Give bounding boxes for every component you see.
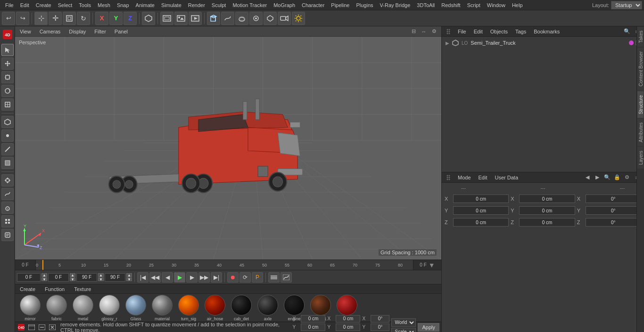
attr-y-pos-input[interactable]: [453, 206, 509, 215]
y-axis-button[interactable]: Y: [109, 12, 123, 25]
status-icon-minimize[interactable]: [38, 323, 46, 332]
viewport-canvas[interactable]: Perspective Grid Spacing : 1000 cm X Y Z: [15, 37, 441, 259]
spline-button[interactable]: [221, 12, 234, 25]
auto-key-btn[interactable]: P: [252, 272, 263, 283]
attr-x-pos-input[interactable]: [453, 194, 509, 203]
viewport-icon-arrows[interactable]: ↔: [420, 27, 428, 36]
object-mode-btn[interactable]: [1, 116, 14, 128]
preview-up[interactable]: ▲: [126, 273, 132, 277]
end-frame-down[interactable]: ▼: [98, 277, 104, 281]
render-picture-viewer-button[interactable]: [174, 12, 188, 25]
y-coord-input-3[interactable]: [371, 324, 389, 331]
menu-motion-tracker[interactable]: Motion Tracker: [229, 1, 270, 9]
next-key-btn[interactable]: ▶▶: [198, 272, 210, 283]
menu-edit[interactable]: Edit: [17, 1, 33, 9]
menu-simulate[interactable]: Simulate: [158, 1, 185, 9]
start-frame-down[interactable]: ▼: [70, 277, 75, 281]
material-item-fabric[interactable]: fabric: [44, 295, 69, 321]
y-coord-input-1[interactable]: [301, 324, 325, 331]
vp-menu-cameras[interactable]: Cameras: [38, 28, 63, 35]
menu-help[interactable]: Help: [509, 1, 526, 9]
x-coord-input-2[interactable]: [336, 315, 360, 323]
menu-plugins[interactable]: Plugins: [353, 1, 376, 9]
attr-mode-menu[interactable]: Mode: [456, 174, 473, 181]
move-mode-button[interactable]: [1, 57, 14, 70]
attr-prev-icon[interactable]: ◀: [583, 173, 592, 182]
attr-lock-icon[interactable]: 🔒: [613, 173, 621, 182]
objects-objects-menu[interactable]: Objects: [488, 28, 510, 35]
end-frame-up[interactable]: ▲: [98, 273, 104, 277]
status-icon-window[interactable]: [27, 323, 36, 332]
vp-menu-panel[interactable]: Panel: [113, 28, 130, 35]
select-mode-button[interactable]: [1, 44, 14, 56]
attr-z-size-input[interactable]: [519, 218, 575, 227]
scale-tool-button[interactable]: [63, 12, 76, 25]
menu-tools[interactable]: Tools: [75, 1, 94, 9]
start-frame-input[interactable]: [48, 273, 69, 282]
menu-character[interactable]: Character: [298, 1, 328, 9]
vtab-attributes[interactable]: Attributes: [637, 118, 644, 146]
go-to-start-btn[interactable]: |◀: [137, 272, 149, 283]
layout-select[interactable]: Startup: [611, 1, 642, 9]
camera-button[interactable]: [278, 12, 291, 25]
next-frame-btn[interactable]: ▶: [186, 272, 198, 283]
prev-frame-btn[interactable]: ◀: [162, 272, 173, 283]
mograph-cloner-button[interactable]: [249, 12, 263, 25]
timeline-track[interactable]: 0 5 10 15 20 25 30 35 40 45 50 55 60 65 …: [36, 260, 413, 270]
objects-tags-menu[interactable]: Tags: [513, 28, 528, 35]
material-item-axle[interactable]: axle: [256, 295, 280, 321]
start-frame-up[interactable]: ▲: [70, 273, 75, 277]
menu-render[interactable]: Render: [185, 1, 208, 9]
object-mode-button[interactable]: [142, 12, 155, 25]
timeline-view-btn[interactable]: [268, 272, 280, 283]
vp-menu-display[interactable]: Display: [67, 28, 88, 35]
rotate-mode-button[interactable]: [1, 85, 14, 97]
loop-btn[interactable]: ⟳: [239, 272, 251, 283]
attr-next-icon[interactable]: ▶: [593, 173, 602, 182]
menu-window[interactable]: Window: [484, 1, 509, 9]
edges-mode-btn[interactable]: [1, 143, 14, 155]
record-btn[interactable]: ⏺: [227, 272, 239, 283]
transform-mode-button[interactable]: [1, 98, 14, 111]
preview-down[interactable]: ▼: [126, 277, 132, 281]
objects-edit-menu[interactable]: Edit: [472, 28, 485, 35]
mat-menu-function[interactable]: Function: [43, 285, 66, 293]
render-active-button[interactable]: [189, 12, 202, 25]
attr-userdata-menu[interactable]: User Data: [493, 174, 520, 181]
y-coord-input-2[interactable]: [336, 324, 360, 331]
object-row-truck[interactable]: ▶ LO Semi_Trailer_Truck: [444, 39, 642, 47]
snap-btn[interactable]: [1, 174, 14, 186]
x-coord-input-3[interactable]: [371, 315, 389, 323]
menu-file[interactable]: File: [2, 1, 17, 9]
polys-mode-btn[interactable]: [1, 157, 14, 169]
menu-3dtoall[interactable]: 3DToAll: [413, 1, 438, 9]
attr-y-rot-input[interactable]: [586, 206, 641, 215]
light-button[interactable]: [292, 12, 305, 25]
attr-y-size-input[interactable]: [519, 206, 575, 215]
attr-settings-icon[interactable]: ⚙: [623, 173, 631, 182]
material-item-material[interactable]: material: [150, 295, 174, 321]
apply-button[interactable]: Apply: [418, 323, 439, 332]
render-region-button[interactable]: [160, 12, 173, 25]
redo-button[interactable]: ↪: [16, 12, 29, 25]
material-item-air_hose[interactable]: air_hose: [203, 295, 227, 321]
attr-z-rot-input[interactable]: [586, 218, 641, 227]
material-item-mirror[interactable]: mirror: [18, 295, 42, 321]
scale-mode-button[interactable]: [1, 71, 14, 83]
objects-search-icon[interactable]: 🔍: [623, 27, 631, 36]
go-to-end-btn[interactable]: ▶|: [211, 272, 222, 283]
undo-button[interactable]: ↩: [2, 12, 15, 25]
menu-vray[interactable]: V-Ray Bridge: [377, 1, 414, 9]
preview-max-frame-input[interactable]: [105, 273, 125, 282]
cube-button[interactable]: [207, 12, 220, 25]
attr-x-size-input[interactable]: [519, 194, 575, 203]
material-item-Glass[interactable]: Glass: [124, 295, 148, 321]
material-item-turn_sig[interactable]: turn_sig: [176, 295, 201, 321]
frame-down-btn[interactable]: ▼: [41, 277, 47, 281]
mat-menu-create[interactable]: Create: [18, 285, 37, 293]
menu-redshift[interactable]: Redshift: [438, 1, 463, 9]
attr-x-rot-input[interactable]: [586, 194, 641, 203]
nurbs-button[interactable]: [235, 12, 248, 25]
menu-create[interactable]: Create: [33, 1, 55, 9]
end-frame-input[interactable]: [76, 273, 97, 282]
